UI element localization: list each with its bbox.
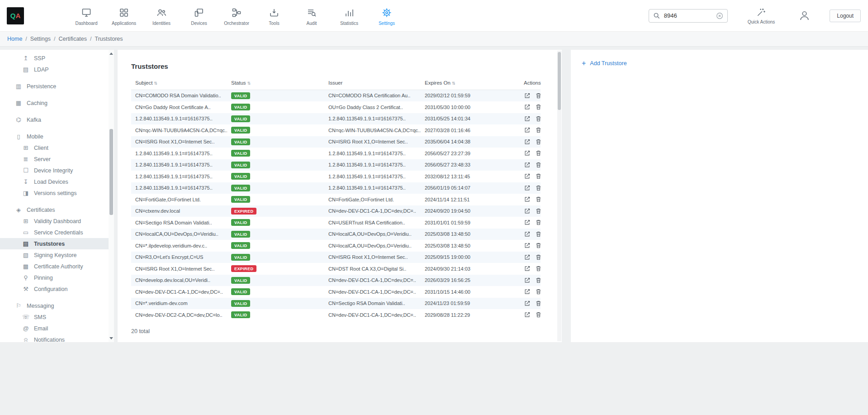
search-input[interactable] (663, 12, 713, 19)
truststore-row[interactable]: CN=*.ilpdevelop.veridium-dev.c.. VALID C… (131, 240, 541, 252)
sidebar-scrollbar[interactable] (109, 50, 114, 342)
truststore-row[interactable]: 1.2.840.113549.1.9.1=#16167375.. VALID 1… (131, 113, 541, 125)
sidebar-item-device-integrity[interactable]: ☐ Device Integrity (0, 165, 114, 176)
delete-truststore-button[interactable] (535, 277, 541, 284)
sidebar-item-pinning[interactable]: ⚲ Pinning (0, 272, 114, 283)
delete-truststore-button[interactable] (535, 104, 541, 110)
sidebar-item-signing-keystore[interactable]: ▧ Signing Keystore (0, 249, 114, 261)
view-certificate-button[interactable] (524, 300, 531, 307)
truststore-row[interactable]: CN=ISRG Root X1,O=Internet Sec.. VALID C… (131, 136, 541, 148)
view-certificate-button[interactable] (524, 196, 531, 203)
sidebar-item-server[interactable]: ≣ Server (0, 153, 114, 165)
view-certificate-button[interactable] (524, 277, 531, 284)
view-certificate-button[interactable] (524, 254, 531, 261)
sidebar-item-ldap[interactable]: ▤ LDAP (0, 64, 114, 75)
delete-truststore-button[interactable] (535, 173, 541, 180)
delete-truststore-button[interactable] (535, 127, 541, 134)
truststore-row[interactable]: CN=qc-WIN-TUUBU9A4C5N-CA,DC=qc.. VALID C… (131, 124, 541, 136)
view-certificate-button[interactable] (524, 185, 531, 191)
view-certificate-button[interactable] (524, 242, 531, 249)
scroll-up-button[interactable] (109, 52, 113, 55)
sidebar-item-messaging[interactable]: ⚐ Messaging (0, 300, 114, 311)
delete-truststore-button[interactable] (535, 242, 541, 249)
column-header-issuer[interactable]: Issuer (324, 76, 421, 90)
delete-truststore-button[interactable] (535, 288, 541, 295)
truststore-row[interactable]: CN=COMODO RSA Domain Validatio.. VALID C… (131, 90, 541, 101)
truststore-row[interactable]: CN=ISRG Root X1,O=Internet Sec.. EXPIRED… (131, 263, 541, 275)
view-certificate-button[interactable] (524, 311, 531, 318)
truststore-row[interactable]: 1.2.840.113549.1.9.1=#16147375.. VALID 1… (131, 159, 541, 171)
sidebar-item-configuration[interactable]: ⚒ Configuration (0, 283, 114, 295)
view-certificate-button[interactable] (524, 92, 531, 99)
delete-truststore-button[interactable] (535, 265, 541, 272)
table-scroll-thumb[interactable] (558, 52, 561, 110)
truststore-row[interactable]: CN=dev-DEV-DC2-CA,DC=dev,DC=lo.. VALID C… (131, 309, 541, 321)
delete-truststore-button[interactable] (535, 254, 541, 261)
view-certificate-button[interactable] (524, 162, 531, 168)
view-certificate-button[interactable] (524, 288, 531, 295)
breadcrumb-settings[interactable]: Settings (30, 36, 51, 42)
nav-item-orchestrator[interactable]: Orchestrator (221, 6, 252, 26)
sidebar-scroll-thumb[interactable] (109, 129, 113, 215)
sidebar-item-kafka[interactable]: ⌬ Kafka (0, 114, 114, 125)
truststore-row[interactable]: CN=develop.dev.local,OU=Veridi.. VALID C… (131, 275, 541, 286)
view-certificate-button[interactable] (524, 231, 531, 238)
sidebar-item-validity-dashboard[interactable]: ⊞ Validity Dashboard (0, 215, 114, 227)
user-profile-button[interactable] (798, 10, 811, 22)
view-certificate-button[interactable] (524, 265, 531, 272)
view-certificate-button[interactable] (524, 219, 531, 226)
truststore-row[interactable]: CN=R3,O=Let's Encrypt,C=US VALID CN=ISRG… (131, 252, 541, 263)
truststore-row[interactable]: CN=*.veridium-dev.com VALID CN=Sectigo R… (131, 298, 541, 310)
truststore-row[interactable]: 1.2.840.113549.1.9.1=#16147375.. VALID 1… (131, 148, 541, 159)
delete-truststore-button[interactable] (535, 208, 541, 215)
delete-truststore-button[interactable] (535, 92, 541, 99)
nav-item-settings[interactable]: Settings (371, 6, 403, 26)
nav-item-tools[interactable]: Tools (258, 6, 290, 26)
nav-item-statistics[interactable]: Statistics (333, 6, 365, 26)
column-header-expires-on[interactable]: Expires On⇅ (421, 76, 520, 90)
nav-item-devices[interactable]: Devices (183, 6, 215, 26)
truststore-row[interactable]: 1.2.840.113549.1.9.1=#16147375.. VALID 1… (131, 171, 541, 182)
sidebar-item-certificates[interactable]: ◈ Certificates (0, 204, 114, 215)
sidebar-item-certificate-authority[interactable]: ▩ Certificate Authority (0, 261, 114, 272)
sidebar-item-notifications[interactable]: ⍾ Notifications (0, 334, 114, 342)
view-certificate-button[interactable] (524, 138, 531, 145)
nav-item-dashboard[interactable]: Dashboard (71, 6, 102, 26)
delete-truststore-button[interactable] (535, 231, 541, 238)
truststore-row[interactable]: 1.2.840.113549.1.9.1=#16147375.. VALID 1… (131, 182, 541, 194)
add-truststore-button[interactable]: + Add Truststore (582, 60, 627, 67)
delete-truststore-button[interactable] (535, 196, 541, 203)
view-certificate-button[interactable] (524, 173, 531, 180)
delete-truststore-button[interactable] (535, 219, 541, 226)
delete-truststore-button[interactable] (535, 300, 541, 307)
scroll-down-button[interactable] (109, 337, 113, 339)
sidebar-item-caching[interactable]: ▦ Caching (0, 97, 114, 109)
view-certificate-button[interactable] (524, 150, 531, 157)
truststore-row[interactable]: CN=Sectigo RSA Domain Validati.. VALID C… (131, 217, 541, 229)
sidebar-item-truststores[interactable]: ▤ Truststores (0, 238, 114, 249)
truststore-row[interactable]: CN=ctxenv.dev.local EXPIRED CN=dev-DEV-D… (131, 205, 541, 217)
truststore-row[interactable]: CN=localCA,OU=DevOps,O=Veridiu.. VALID C… (131, 229, 541, 240)
nav-item-identities[interactable]: Identities (146, 6, 177, 26)
delete-truststore-button[interactable] (535, 185, 541, 191)
view-certificate-button[interactable] (524, 104, 531, 110)
delete-truststore-button[interactable] (535, 115, 541, 122)
truststore-row[interactable]: CN=FortiGate,O=Fortinet Ltd. VALID CN=Fo… (131, 194, 541, 205)
delete-truststore-button[interactable] (535, 162, 541, 168)
sidebar-item-persistence[interactable]: ▥ Persistence (0, 81, 114, 92)
sidebar-item-ssp[interactable]: ↥ SSP (0, 52, 114, 64)
table-scrollbar[interactable] (557, 51, 561, 341)
truststore-row[interactable]: CN=dev-DEV-DC1-CA-1,DC=dev,DC=.. VALID C… (131, 286, 541, 298)
view-certificate-button[interactable] (524, 208, 531, 215)
sidebar-item-versions-settings[interactable]: ◨ Versions settings (0, 187, 114, 199)
quick-actions-button[interactable]: Quick Actions (748, 7, 775, 24)
sidebar-item-email[interactable]: @ Email (0, 323, 114, 334)
app-logo[interactable]: QA (7, 7, 24, 24)
column-header-subject[interactable]: Subject⇅ (131, 76, 227, 90)
sidebar-item-mobile[interactable]: ▯ Mobile (0, 131, 114, 142)
column-header-status[interactable]: Status⇅ (227, 76, 324, 90)
nav-item-audit[interactable]: Audit (296, 6, 327, 26)
view-certificate-button[interactable] (524, 115, 531, 122)
breadcrumb-home[interactable]: Home (7, 36, 22, 42)
delete-truststore-button[interactable] (535, 138, 541, 145)
